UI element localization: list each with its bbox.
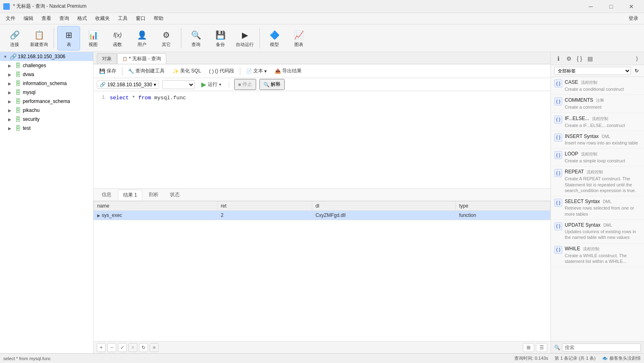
maximize-button[interactable]: □ <box>602 0 620 13</box>
beautify-button[interactable]: ✨ 美化 SQL <box>170 66 203 76</box>
query-tool-button[interactable]: 🔍 查询 <box>185 26 207 50</box>
menu-format[interactable]: 格式 <box>73 13 91 24</box>
snippet-item[interactable]: { } INSERT Syntax DML Insert new rows in… <box>551 131 644 149</box>
snippet-icon: { } <box>554 97 562 105</box>
snippet-title: UPDATE Syntax DML <box>565 222 641 228</box>
schema-selector[interactable] <box>162 80 195 89</box>
search-input[interactable] <box>562 343 641 352</box>
explain-button[interactable]: 🔍 解释 <box>259 79 285 90</box>
menu-view[interactable]: 查看 <box>37 13 55 24</box>
snippet-tag: 流程控制 <box>592 116 608 121</box>
snippet-desc: Retrieve rows selected from one or more … <box>565 205 641 217</box>
table-row[interactable]: ▶ sys_exec 2 CxyZMFgd.dll function <box>94 211 550 220</box>
result-tab-analyze[interactable]: 剖析 <box>144 190 163 200</box>
snippet-item[interactable]: { } LOOP 流程控制 Create a simple loop const… <box>551 149 644 166</box>
code-panel-icon[interactable]: { } <box>575 55 583 63</box>
function-button[interactable]: f(x) 函数 <box>106 26 129 50</box>
model-icon: 🔷 <box>268 28 281 42</box>
other-button[interactable]: ⚙ 其它 <box>155 26 178 50</box>
run-separator: │ <box>228 82 231 87</box>
export-button[interactable]: 📤 导出结果 <box>272 66 304 76</box>
snippet-item[interactable]: { } SELECT Syntax DML Retrieve rows sele… <box>551 196 644 220</box>
menu-tools[interactable]: 工具 <box>114 13 132 24</box>
result-tab-status[interactable]: 状态 <box>165 190 185 200</box>
snippet-item[interactable]: { } REPEAT 流程控制 Create A REPEAT construc… <box>551 166 644 196</box>
tag-select-dropdown[interactable]: 全部标签 <box>554 67 631 75</box>
table-button[interactable]: ⊞ 表 <box>57 26 80 50</box>
stop-button[interactable]: ■ 停止 <box>234 79 256 90</box>
col-header-ret: ret <box>218 201 312 211</box>
snippet-item[interactable]: { } IF...ELSE... 流程控制 Create a IF...ELSE… <box>551 113 644 131</box>
stop-result-button[interactable]: ■ <box>150 343 159 352</box>
tag-refresh-icon[interactable]: ↻ <box>633 67 641 75</box>
db-selector[interactable]: 🔗 192.168.10.150_330 ▾ <box>97 81 159 89</box>
snippet-item[interactable]: { } WHILE 流程控制 Create a WHILE construct.… <box>551 243 644 267</box>
minimize-button[interactable]: ─ <box>581 0 600 13</box>
menu-edit[interactable]: 编辑 <box>20 13 37 24</box>
info-panel-icon[interactable]: ℹ <box>554 55 562 63</box>
menu-favorites[interactable]: 收藏夹 <box>91 13 114 24</box>
backup-button[interactable]: 💾 备份 <box>209 26 232 50</box>
refresh-button[interactable]: ↻ <box>139 343 148 352</box>
new-query-button[interactable]: 📋 新建查询 <box>28 26 50 50</box>
sidebar-item-performance-schema[interactable]: ▶ 🗄 performance_schema <box>0 97 93 106</box>
tab-objects[interactable]: 对象 <box>97 53 117 64</box>
sidebar-item-challenges[interactable]: ▶ 🗄 challenges <box>0 61 93 70</box>
close-button[interactable]: ✕ <box>622 0 641 13</box>
sidebar-item-security[interactable]: ▶ 🗄 security <box>0 115 93 124</box>
tab-bar: 对象 📋 * 无标题 - 查询 <box>94 52 550 64</box>
menu-file[interactable]: 文件 <box>2 13 20 24</box>
sidebar-item-pikachu[interactable]: ▶ 🗄 pikachu <box>0 106 93 115</box>
list-view-button[interactable]: ☰ <box>536 343 547 352</box>
auto-run-button[interactable]: ▶ 自动运行 <box>233 26 256 50</box>
sidebar-item-information-schema[interactable]: ▶ 🗄 information_schema <box>0 79 93 88</box>
confirm-button[interactable]: ✓ <box>118 343 127 352</box>
view-button[interactable]: 📊 视图 <box>82 26 104 50</box>
connect-button[interactable]: 🔗 连接 <box>3 26 26 50</box>
db-label-security: security <box>23 116 39 122</box>
grid-view-button[interactable]: ⊞ <box>523 343 534 352</box>
model-label: 模型 <box>270 42 279 48</box>
result-tab-result1[interactable]: 结果 1 <box>118 190 142 200</box>
chart-button[interactable]: 📈 图表 <box>287 26 310 50</box>
snippet-item[interactable]: { } CASE 流程控制 Create a conditional const… <box>551 77 644 95</box>
add-row-button[interactable]: + <box>97 343 106 352</box>
sidebar-item-dvwa[interactable]: ▶ 🗄 dvwa <box>0 70 93 79</box>
menu-query[interactable]: 查询 <box>55 13 73 24</box>
status-bar: select * from mysql.func 查询时间: 0.143s 第 … <box>0 353 644 363</box>
expand-arrow-performance-schema: ▶ <box>8 99 13 104</box>
delete-row-button[interactable]: − <box>107 343 116 352</box>
save-button[interactable]: 💾 保存 <box>97 66 119 76</box>
panel-expand-icon[interactable]: ⟩ <box>633 55 641 63</box>
menu-help[interactable]: 帮助 <box>150 13 168 24</box>
text-button[interactable]: 📄 文本 ▾ <box>244 66 269 76</box>
db-label-information-schema: information_schema <box>23 81 67 86</box>
snippet-item[interactable]: { } UPDATE Syntax DML Updates columns of… <box>551 220 644 243</box>
tab-query[interactable]: 📋 * 无标题 - 查询 <box>117 53 166 64</box>
auto-run-label: 自动运行 <box>236 42 254 48</box>
explain-label: 解释 <box>271 81 281 88</box>
sidebar-item-mysql[interactable]: ▶ 🗄 mysql <box>0 88 93 97</box>
table-panel-icon[interactable]: ▤ <box>586 55 594 63</box>
discard-button[interactable]: ✕ <box>128 343 137 352</box>
user-button[interactable]: 👤 用户 <box>131 26 153 50</box>
snippet-item[interactable]: { } COMMENTS 注释 Create a comment <box>551 95 644 113</box>
create-tool-button[interactable]: 🔧 查询创建工具 <box>126 66 167 76</box>
other-icon: ⚙ <box>160 28 173 42</box>
sidebar-connection[interactable]: ▼ 🔗 192.168.10.150_3306 <box>0 52 93 61</box>
sidebar-item-test[interactable]: ▶ 🗄 test <box>0 124 93 133</box>
menu-window[interactable]: 窗口 <box>132 13 150 24</box>
result-table: name ret dl type ▶ sys_exec 2 CxyZMFgd.d… <box>94 201 550 220</box>
model-button[interactable]: 🔷 模型 <box>263 26 286 50</box>
result-tab-info[interactable]: 信息 <box>97 190 116 200</box>
snippet-tag: 流程控制 <box>581 152 597 156</box>
snippet-desc: Create a conditional construct <box>565 86 641 92</box>
gear-panel-icon[interactable]: ⚙ <box>565 55 573 63</box>
expand-arrow-dvwa: ▶ <box>8 72 13 77</box>
snippet-label: () 代码段 <box>215 68 234 74</box>
editor-area[interactable]: 1 select * from mysql.func <box>94 91 550 189</box>
run-button[interactable]: ▶ 运行 ▾ <box>198 79 224 90</box>
beautify-icon: ✨ <box>173 68 179 74</box>
login-button[interactable]: 登录 <box>624 13 642 24</box>
snippet-button[interactable]: ( ) () 代码段 <box>207 66 237 76</box>
